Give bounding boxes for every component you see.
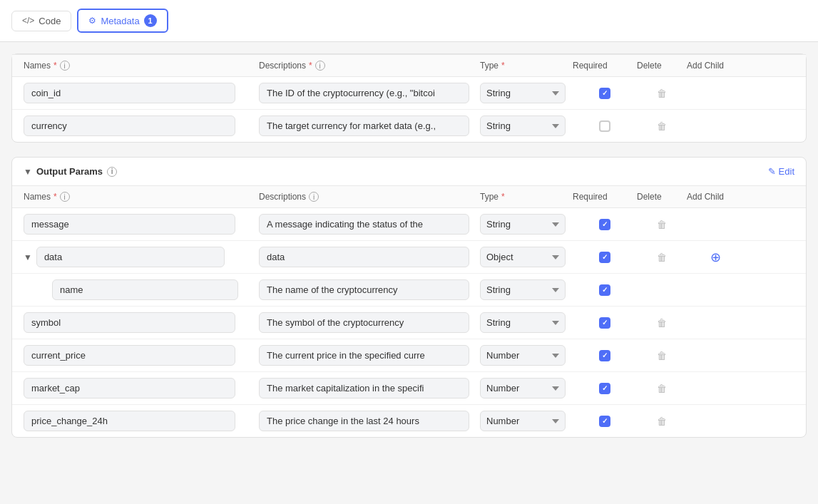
message-checkbox[interactable]: ✓ [599,219,610,230]
output-params-info-icon[interactable]: i [107,167,117,177]
data-name-cell: ▼ [24,247,259,267]
coin-id-type-cell: String Number Boolean Object Array [480,83,573,103]
currency-checkbox[interactable] [599,120,610,132]
output-row-current-price: String Number Boolean Object Array ✓ 🗑 [12,339,806,372]
input-addchild-col-header: Add Child [687,61,744,71]
symbol-delete-icon[interactable]: 🗑 [657,317,667,329]
market-cap-desc-input[interactable] [259,378,469,398]
names-required-star: * [53,61,57,71]
symbol-checkbox[interactable]: ✓ [599,317,610,329]
name-checkbox[interactable]: ✓ [599,284,610,296]
name-name-cell [24,279,259,300]
currency-type-select[interactable]: String Number Boolean Object Array [480,115,566,136]
output-row-price-change: String Number Boolean Object Array ✓ 🗑 [12,405,806,437]
current-price-type-select[interactable]: String Number Boolean Object Array [480,345,566,366]
current-price-name-input[interactable] [24,345,235,366]
price-change-type-select[interactable]: String Number Boolean Object Array [480,411,566,431]
out-names-info-icon[interactable]: i [60,192,70,202]
metadata-tab[interactable]: ⚙ Metadata 1 [77,9,168,33]
market-cap-name-input[interactable] [24,378,235,398]
name-type-cell: String Number Boolean Object Array [480,279,573,300]
market-cap-delete-icon[interactable]: 🗑 [657,383,667,394]
currency-desc-cell [259,115,480,136]
output-params-section-header: ▼ Output Params i ✎ Edit [12,158,806,185]
market-cap-type-cell: String Number Boolean Object Array [480,378,573,398]
market-cap-delete-cell: 🗑 [637,383,687,394]
price-change-desc-input[interactable] [259,411,469,431]
data-checkbox[interactable]: ✓ [599,252,610,263]
currency-delete-icon[interactable]: 🗑 [657,120,667,132]
edit-link[interactable]: ✎ Edit [768,166,794,177]
market-cap-name-cell [24,378,259,398]
name-type-select[interactable]: String Number Boolean Object Array [480,279,566,300]
message-name-input[interactable] [24,214,235,235]
current-price-delete-icon[interactable]: 🗑 [657,350,667,361]
market-cap-desc-cell [259,378,480,398]
out-desc-info-icon[interactable]: i [309,192,319,202]
coin-id-desc-input[interactable] [259,83,469,103]
data-type-select[interactable]: String Number Boolean Object Array [480,247,566,267]
input-params-header: Names * i Descriptions * i Type * Requir… [12,54,806,77]
price-change-checkbox[interactable]: ✓ [599,416,610,427]
current-price-name-cell [24,345,259,366]
output-descriptions-col-header: Descriptions i [259,192,480,202]
current-price-delete-cell: 🗑 [637,350,687,361]
output-params-chevron[interactable]: ▼ [24,167,32,177]
data-desc-cell [259,247,480,267]
name-desc-cell [259,279,480,300]
coin-id-delete-icon[interactable]: 🗑 [657,88,667,99]
symbol-desc-cell [259,312,480,333]
currency-desc-input[interactable] [259,115,469,136]
coin-id-type-select[interactable]: String Number Boolean Object Array [480,83,566,103]
data-row-chevron[interactable]: ▼ [24,252,32,262]
currency-type-cell: String Number Boolean Object Array [480,115,573,136]
symbol-name-input[interactable] [24,312,235,333]
data-addchild-icon[interactable]: ⊕ [710,250,721,265]
data-type-cell: String Number Boolean Object Array [480,247,573,267]
desc-info-icon[interactable]: i [315,61,325,71]
message-name-cell [24,214,259,235]
current-price-desc-input[interactable] [259,345,469,366]
price-change-name-cell [24,411,259,431]
current-price-type-cell: String Number Boolean Object Array [480,345,573,366]
output-row-symbol: String Number Boolean Object Array ✓ 🗑 [12,307,806,339]
name-name-input[interactable] [52,279,238,300]
input-descriptions-col-header: Descriptions * i [259,61,480,71]
desc-required-star: * [309,61,312,71]
message-delete-icon[interactable]: 🗑 [657,219,667,230]
message-type-select[interactable]: String Number Boolean Object Array [480,214,566,235]
symbol-desc-input[interactable] [259,312,469,333]
market-cap-checkbox[interactable]: ✓ [599,383,610,394]
data-desc-input[interactable] [259,247,469,267]
coin-id-checkbox[interactable]: ✓ [599,88,610,99]
symbol-type-cell: String Number Boolean Object Array [480,312,573,333]
symbol-type-select[interactable]: String Number Boolean Object Array [480,312,566,333]
data-delete-cell: 🗑 [637,252,687,263]
main-content: Names * i Descriptions * i Type * Requir… [0,42,818,449]
data-name-input[interactable] [36,247,225,267]
input-row-currency: String Number Boolean Object Array 🗑 [12,110,806,142]
name-desc-input[interactable] [259,279,469,300]
currency-name-input[interactable] [24,115,235,136]
price-change-desc-cell [259,411,480,431]
price-change-delete-cell: 🗑 [637,416,687,427]
current-price-checkbox[interactable]: ✓ [599,350,610,361]
current-price-check-icon: ✓ [602,351,608,359]
input-params-section: Names * i Descriptions * i Type * Requir… [11,53,807,143]
names-info-icon[interactable]: i [60,61,70,71]
coin-id-name-input[interactable] [24,83,235,103]
output-required-col-header: Required [573,192,637,202]
price-change-name-input[interactable] [24,411,235,431]
current-price-required-cell: ✓ [573,350,637,361]
message-required-cell: ✓ [573,219,637,230]
code-tab[interactable]: </> Code [11,11,71,31]
message-desc-input[interactable] [259,214,469,235]
type-required-star: * [501,61,505,71]
input-required-col-header: Required [573,61,637,71]
data-delete-icon[interactable]: 🗑 [657,252,667,263]
price-change-delete-icon[interactable]: 🗑 [657,416,667,427]
symbol-check-icon: ✓ [602,319,608,326]
market-cap-type-select[interactable]: String Number Boolean Object Array [480,378,566,398]
output-addchild-col-header: Add Child [687,192,744,202]
message-type-cell: String Number Boolean Object Array [480,214,573,235]
